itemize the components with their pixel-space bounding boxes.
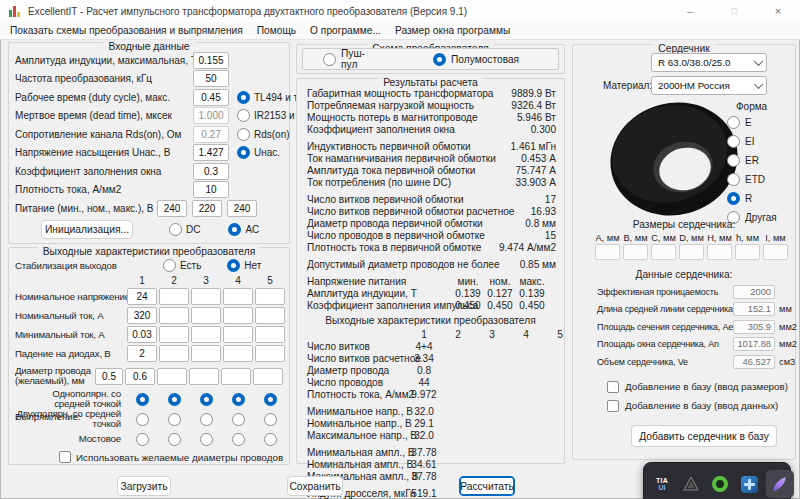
field-input[interactable]: 10: [193, 181, 229, 198]
grid-input[interactable]: [191, 345, 221, 362]
minimize-icon[interactable]: –: [668, 0, 712, 22]
green-app-icon[interactable]: [708, 472, 732, 496]
menu-item-3[interactable]: Размер окна программы: [395, 25, 510, 36]
driver-radio[interactable]: [237, 146, 250, 159]
grid-input[interactable]: [159, 288, 189, 305]
grid-input[interactable]: [223, 345, 253, 362]
grid-input[interactable]: [255, 326, 285, 343]
field-input[interactable]: 0.155: [193, 52, 229, 69]
rectifier-radio[interactable]: [200, 413, 213, 426]
driver-radio[interactable]: [237, 109, 250, 122]
shape-radio[interactable]: [727, 135, 740, 148]
dark-triangle-icon[interactable]: [679, 472, 703, 496]
radio-label: Есть: [180, 260, 201, 271]
field-input[interactable]: 50: [193, 70, 229, 87]
rectifier-radio[interactable]: [264, 393, 277, 406]
add-to-base-checkbox[interactable]: [607, 381, 619, 393]
save-button[interactable]: Сохранить: [287, 476, 343, 496]
tia-portal-icon[interactable]: TIAUI: [650, 472, 674, 496]
grid-input[interactable]: [255, 288, 285, 305]
menu-item-1[interactable]: Помощь: [257, 25, 296, 36]
rectifier-radio[interactable]: [168, 433, 181, 446]
menu-item-0[interactable]: Показать схемы преобразования и выпрямле…: [10, 25, 243, 36]
stabilization-radio[interactable]: [163, 259, 176, 272]
size-input[interactable]: [763, 244, 788, 260]
rectifier-radio[interactable]: [232, 433, 245, 446]
size-input[interactable]: [623, 244, 648, 260]
grid-input[interactable]: [191, 326, 221, 343]
grid-input[interactable]: 0.03: [127, 326, 157, 343]
size-input[interactable]: [707, 244, 732, 260]
core-data-value: 1017.88: [733, 337, 775, 351]
supply-type-radio[interactable]: [228, 223, 241, 236]
rectifier-radio[interactable]: [200, 433, 213, 446]
grid-input[interactable]: 24: [127, 288, 157, 305]
rectifier-radio[interactable]: [168, 393, 181, 406]
driver-radio[interactable]: [237, 128, 250, 141]
grid-input[interactable]: 320: [127, 307, 157, 324]
grid-input[interactable]: 0.6: [125, 368, 155, 385]
rectifier-radio[interactable]: [200, 393, 213, 406]
grid-input[interactable]: [191, 288, 221, 305]
size-label: B, мм: [623, 233, 648, 243]
supply-input[interactable]: 240: [157, 200, 187, 217]
grid-input[interactable]: [253, 368, 283, 385]
grid-input[interactable]: [191, 307, 221, 324]
rectifier-radio[interactable]: [264, 413, 277, 426]
maximize-icon[interactable]: □: [712, 0, 756, 22]
rectifier-radio[interactable]: [168, 413, 181, 426]
scheme-radio[interactable]: [433, 53, 446, 66]
grid-input[interactable]: [159, 345, 189, 362]
rectifier-radio[interactable]: [136, 413, 149, 426]
field-input[interactable]: 1.427: [193, 144, 229, 161]
grid-input[interactable]: 2: [127, 345, 157, 362]
core-type-select[interactable]: R 63.0/38.0/25.0: [651, 53, 767, 72]
material-select[interactable]: 2000НМ Россия: [651, 76, 767, 95]
use-wire-checkbox[interactable]: [59, 451, 71, 463]
calculate-button[interactable]: Рассчитать: [459, 476, 515, 496]
shape-radio[interactable]: [727, 173, 740, 186]
field-input[interactable]: 0.27: [193, 126, 229, 143]
grid-input[interactable]: [255, 307, 285, 324]
supply-input[interactable]: 240: [227, 200, 257, 217]
grid-input[interactable]: [221, 368, 251, 385]
rectifier-radio[interactable]: [232, 413, 245, 426]
field-input[interactable]: 0.45: [193, 89, 229, 106]
grid-input[interactable]: [223, 288, 253, 305]
field-input[interactable]: 1.000: [193, 107, 229, 124]
scheme-radio[interactable]: [323, 53, 336, 66]
driver-radio[interactable]: [237, 91, 250, 104]
blue-app-icon[interactable]: [737, 472, 761, 496]
add-to-base-checkbox[interactable]: [607, 400, 619, 412]
size-input[interactable]: [651, 244, 676, 260]
grid-input[interactable]: [223, 307, 253, 324]
close-icon[interactable]: ×: [756, 0, 800, 22]
supply-input[interactable]: 220: [192, 200, 222, 217]
field-input[interactable]: 0.3: [193, 163, 229, 180]
stabilization-radio[interactable]: [227, 259, 240, 272]
grid-input[interactable]: [223, 326, 253, 343]
supply-type-radio[interactable]: [169, 223, 182, 236]
grid-input[interactable]: [159, 307, 189, 324]
shape-radio[interactable]: [727, 116, 740, 129]
shape-radio[interactable]: [727, 192, 740, 205]
grid-input[interactable]: [255, 345, 285, 362]
rectifier-radio[interactable]: [264, 433, 277, 446]
rectifier-radio[interactable]: [232, 393, 245, 406]
purple-feather-icon[interactable]: [766, 470, 794, 498]
shape-radio[interactable]: [727, 154, 740, 167]
menu-item-2[interactable]: О программе...: [310, 25, 381, 36]
add-core-button[interactable]: Добавить сердечник в базу: [631, 425, 777, 447]
init-button[interactable]: Инициализация...: [41, 220, 133, 239]
supply-result-row: Амплитуда индукции, Т0.1390.1270.139: [297, 287, 564, 299]
size-input[interactable]: [595, 244, 620, 260]
grid-input[interactable]: [159, 326, 189, 343]
wire-extra-input[interactable]: 0.5: [95, 368, 123, 385]
load-button[interactable]: Загрузить: [117, 476, 171, 496]
rectifier-radio[interactable]: [136, 433, 149, 446]
size-input[interactable]: [679, 244, 704, 260]
size-input[interactable]: [735, 244, 760, 260]
grid-input[interactable]: [189, 368, 219, 385]
rectifier-radio[interactable]: [136, 393, 149, 406]
grid-input[interactable]: [157, 368, 187, 385]
